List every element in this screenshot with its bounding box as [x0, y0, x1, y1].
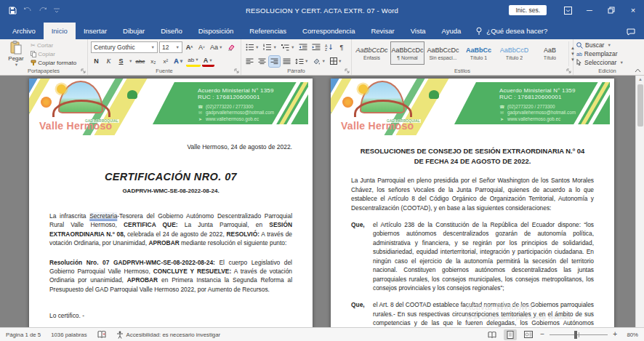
- proofing-icon[interactable]: [97, 331, 106, 339]
- show-marks-button[interactable]: ¶: [336, 42, 347, 53]
- scroll-up-icon[interactable]: ▲: [636, 76, 644, 83]
- tab-ayuda[interactable]: Ayuda: [434, 23, 470, 39]
- redo-icon[interactable]: [39, 7, 47, 14]
- tab-insertar[interactable]: Insertar: [76, 23, 115, 39]
- dialog-launcher-icon[interactable]: [81, 68, 86, 73]
- accessibility-icon: [116, 331, 124, 339]
- highlight-color-button[interactable]: ab▼: [186, 56, 200, 67]
- document-canvas[interactable]: Acuerdo Ministerial N° 1359 RUC : 176812…: [0, 76, 644, 327]
- tab-dibujar[interactable]: Dibujar: [115, 23, 153, 39]
- cut-button[interactable]: ✂ Cortar: [29, 41, 78, 49]
- closing-line[interactable]: Lo certifico. -: [49, 311, 292, 320]
- italic-button[interactable]: K: [103, 56, 114, 67]
- page-count[interactable]: Página 1 de 5: [6, 332, 41, 338]
- tab-correspondencia[interactable]: Correspondencia: [294, 23, 363, 39]
- borders-button[interactable]: ▼: [329, 56, 343, 67]
- zoom-slider[interactable]: [550, 334, 608, 335]
- comments-icon[interactable]: [618, 25, 644, 39]
- change-case-button[interactable]: Aa▼: [209, 42, 224, 53]
- underline-button[interactable]: S: [116, 56, 126, 67]
- document-page-1[interactable]: Acuerdo Ministerial N° 1359 RUC : 176812…: [29, 79, 313, 327]
- text-effects-button[interactable]: A▼: [172, 56, 185, 67]
- accessibility-status[interactable]: Accesibilidad: es necesario investigar: [116, 331, 221, 339]
- certification-paragraph[interactable]: La infrascrita Secretaria-Tesorera del G…: [49, 212, 292, 248]
- zoom-in-button[interactable]: +: [613, 331, 617, 338]
- style-enfasis[interactable]: AaBbCcDcÉnfasis: [355, 41, 389, 65]
- sort-button[interactable]: AZ: [323, 42, 334, 53]
- tell-me-box[interactable]: ¿Qué desea hacer?: [469, 23, 555, 39]
- intro-paragraph[interactable]: La Junta Parroquial en pleno presidida p…: [351, 176, 594, 212]
- font-size-combo[interactable]: 12▼: [159, 41, 182, 53]
- strikethrough-button[interactable]: abc: [134, 56, 146, 67]
- qat-customize-icon[interactable]: [54, 7, 60, 13]
- minimize-button[interactable]: ─: [579, 0, 600, 20]
- justify-button[interactable]: [281, 56, 292, 67]
- print-layout-button[interactable]: [504, 329, 517, 340]
- style-titulo-1[interactable]: AaBbCcTítulo 1: [462, 41, 496, 65]
- dialog-launcher-icon[interactable]: [566, 68, 571, 73]
- decrease-indent-button[interactable]: [297, 42, 309, 53]
- web-layout-button[interactable]: [522, 329, 535, 340]
- sign-in-button[interactable]: Inic. ses.: [509, 5, 547, 15]
- document-page-2[interactable]: Acuerdo Ministerial N° 1359 RUC : 176812…: [331, 79, 614, 327]
- chevron-down-icon[interactable]: ▼: [129, 59, 132, 63]
- clear-formatting-button[interactable]: [225, 42, 236, 53]
- tab-referencias[interactable]: Referencias: [241, 23, 294, 39]
- numbering-button[interactable]: ▼: [262, 42, 278, 53]
- style-titulo[interactable]: AaBTítulo: [533, 41, 567, 65]
- ribbon-display-options-icon[interactable]: [557, 0, 579, 20]
- considerando-item[interactable]: Que, el Art. 8 del COOTAD establece facu…: [351, 300, 594, 327]
- format-painter-button[interactable]: Copiar formato: [29, 59, 78, 66]
- font-color-button[interactable]: A▼: [202, 56, 214, 67]
- subscript-button[interactable]: x₂: [148, 56, 158, 67]
- scrollbar-thumb[interactable]: [637, 84, 643, 127]
- tab-archivo[interactable]: Archivo: [4, 23, 44, 39]
- zoom-slider-thumb[interactable]: [574, 331, 577, 339]
- increase-indent-button[interactable]: [310, 42, 322, 53]
- read-mode-button[interactable]: [486, 329, 499, 340]
- select-button[interactable]: Seleccionar▼: [576, 58, 638, 66]
- tab-disposicion[interactable]: Disposición: [190, 23, 242, 39]
- replace-button[interactable]: abReemplazar: [576, 50, 638, 58]
- zoom-level[interactable]: 80%: [622, 332, 638, 338]
- save-icon[interactable]: [9, 7, 17, 15]
- chevron-down-icon: ▼: [151, 45, 155, 49]
- resolution-paragraph[interactable]: Resolución Nro. 07 GADPRVH-WMC-SE-08-202…: [49, 258, 292, 294]
- style-normal[interactable]: AaBbCcDc¶ Normal: [390, 41, 424, 65]
- word-count[interactable]: 1036 palabras: [51, 332, 86, 338]
- dialog-launcher-icon[interactable]: [234, 68, 239, 73]
- certification-code[interactable]: GADPRVH-WMC-SE-08-2022-08-24.: [49, 187, 292, 196]
- line-spacing-button[interactable]: ▼: [294, 56, 310, 67]
- bullets-button[interactable]: ▼: [244, 42, 260, 53]
- find-button[interactable]: Buscar▼: [576, 41, 638, 49]
- dialog-launcher-icon[interactable]: [345, 68, 350, 73]
- zoom-out-button[interactable]: −: [540, 331, 544, 338]
- style-sin-espaciado[interactable]: AaBbCcDcSin espaci...: [426, 41, 460, 65]
- grow-font-button[interactable]: A˄: [184, 42, 195, 53]
- restore-button[interactable]: [600, 0, 622, 20]
- date-line[interactable]: Valle Hermoso, 24 de agosto de 2022.: [49, 143, 292, 152]
- align-center-button[interactable]: [257, 56, 267, 67]
- shrink-font-button[interactable]: A˅: [196, 42, 207, 53]
- multilevel-list-button[interactable]: ▼: [280, 42, 296, 53]
- close-button[interactable]: ×: [622, 0, 644, 20]
- tab-inicio[interactable]: Inicio: [44, 23, 76, 39]
- undo-icon[interactable]: [23, 7, 32, 14]
- superscript-button[interactable]: x²: [160, 56, 171, 67]
- considerando-item[interactable]: Que, el Artículo 238 de la Constitución …: [351, 220, 594, 293]
- collapse-ribbon-icon[interactable]: [635, 68, 641, 73]
- shading-button[interactable]: ▼: [311, 56, 326, 67]
- font-family-combo[interactable]: Century Gothic▼: [91, 41, 158, 53]
- tab-vista[interactable]: Vista: [403, 23, 434, 39]
- bold-button[interactable]: N: [91, 56, 102, 67]
- tab-diseno[interactable]: Diseño: [153, 23, 190, 39]
- vertical-scrollbar[interactable]: ▲: [635, 76, 644, 327]
- align-left-button[interactable]: [244, 56, 255, 67]
- align-right-button[interactable]: [269, 56, 280, 67]
- copy-button[interactable]: Copiar: [29, 50, 78, 57]
- paste-button[interactable]: Pegar▼: [3, 41, 29, 66]
- tab-revisar[interactable]: Revisar: [363, 23, 402, 39]
- resolutions-title[interactable]: RESOLUCIONES DE CONSEJO DE SESIÓN EXTRAO…: [351, 146, 594, 167]
- style-titulo-2[interactable]: AaBbCcDTítulo 2: [497, 41, 531, 65]
- certification-title[interactable]: CERTIFICACIÓN NRO. 07: [49, 169, 292, 185]
